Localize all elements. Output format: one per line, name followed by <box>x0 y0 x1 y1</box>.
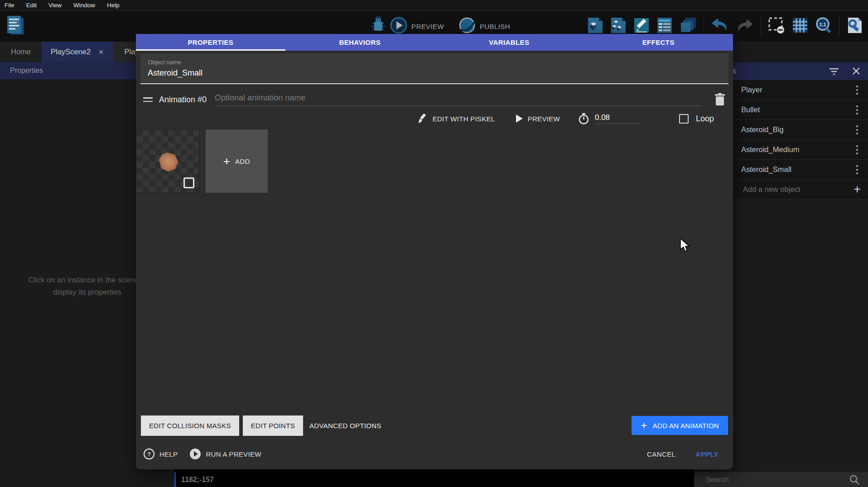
dialog-footer-row: ? HELP RUN A PREVIEW CANCEL APPLY <box>136 442 733 466</box>
svg-text:1:1: 1:1 <box>820 22 826 27</box>
zoom-1-1-icon[interactable]: 1:1 <box>815 17 832 36</box>
edit-collision-masks-button[interactable]: EDIT COLLISION MASKS <box>141 415 239 436</box>
cancel-button[interactable]: CANCEL <box>647 450 675 458</box>
tab-behaviors-label: BEHAVIORS <box>339 38 381 46</box>
preview-button[interactable]: PREVIEW <box>411 23 444 30</box>
tab-variables[interactable]: VARIABLES <box>434 34 584 51</box>
animation-header-row: Animation #0 <box>143 91 726 109</box>
tab-effects[interactable]: EFFECTS <box>584 34 733 51</box>
events-list-icon[interactable] <box>656 17 673 36</box>
dialog-tab-bar: PROPERTIES BEHAVIORS VARIABLES EFFECTS <box>136 34 733 51</box>
add-new-object-label: Add a new object <box>743 185 800 194</box>
add-an-animation-button[interactable]: + ADD AN ANIMATION <box>632 416 728 435</box>
add-frame-button[interactable]: + ADD <box>206 129 268 193</box>
object-menu-icon[interactable] <box>856 145 858 154</box>
add-object-icon[interactable] <box>587 17 603 36</box>
object-label: Player <box>741 86 762 94</box>
object-name-field[interactable]: Object name <box>140 53 728 84</box>
animation-tools-row: EDIT WITH PISKEL PREVIEW Loop <box>143 110 714 127</box>
menu-bar: File Edit View Window Help <box>0 0 868 10</box>
menu-edit[interactable]: Edit <box>26 2 37 9</box>
object-label: Bullet <box>741 105 760 114</box>
frame-select-checkbox[interactable] <box>183 177 194 188</box>
time-between-frames-input[interactable] <box>595 113 640 124</box>
apply-button[interactable]: APPLY <box>695 450 719 458</box>
help-button[interactable]: ? HELP <box>143 448 178 460</box>
object-name-input[interactable] <box>148 68 721 78</box>
filter-icon[interactable] <box>828 66 840 76</box>
run-a-preview-label: RUN A PREVIEW <box>206 450 261 458</box>
tab-properties-label: PROPERTIES <box>188 38 233 46</box>
edit-scene-icon[interactable] <box>633 17 650 36</box>
toolbar-separator <box>704 17 704 36</box>
run-a-preview-button[interactable]: RUN A PREVIEW <box>189 448 261 460</box>
object-menu-icon[interactable] <box>856 165 858 174</box>
tab-home[interactable]: Home <box>0 42 42 62</box>
debug-icon[interactable] <box>371 16 386 36</box>
layers-icon[interactable] <box>680 17 697 36</box>
close-tab-icon[interactable]: × <box>99 48 104 56</box>
project-settings-icon[interactable] <box>846 17 863 36</box>
toolbar-separator <box>761 17 761 36</box>
help-label: HELP <box>159 450 178 458</box>
active-tab-underline <box>136 49 285 51</box>
search-input[interactable] <box>694 476 849 484</box>
search-icon <box>849 474 860 485</box>
object-menu-icon[interactable] <box>856 86 858 95</box>
close-panel-icon[interactable] <box>852 67 861 76</box>
tab-effects-label: EFFECTS <box>642 38 675 46</box>
frame-thumbnail[interactable] <box>136 129 199 193</box>
deselect-icon[interactable] <box>768 17 785 36</box>
play-icon <box>515 114 523 123</box>
preview-play-icon[interactable] <box>390 17 407 36</box>
objects-search-bar <box>694 472 868 487</box>
preview-animation-label: PREVIEW <box>528 115 560 123</box>
timer-icon <box>578 112 589 125</box>
add-an-animation-label: ADD AN ANIMATION <box>653 422 719 430</box>
instances-icon[interactable] <box>610 17 627 36</box>
dialog-actions-row: EDIT COLLISION MASKS EDIT POINTS ADVANCE… <box>136 415 733 436</box>
play-circle-icon <box>189 448 201 460</box>
scene-status-bar: 1182;-157 <box>174 472 694 487</box>
edit-with-piskel-label: EDIT WITH PISKEL <box>433 115 495 123</box>
properties-panel-title: Properties <box>10 67 43 75</box>
help-icon: ? <box>143 448 155 460</box>
animation-frames-row: + ADD <box>136 129 733 193</box>
plus-icon: + <box>641 420 647 431</box>
brush-icon <box>417 113 428 124</box>
tab-properties[interactable]: PROPERTIES <box>136 34 285 51</box>
edit-points-button[interactable]: EDIT POINTS <box>243 415 303 436</box>
edit-with-piskel-button[interactable]: EDIT WITH PISKEL <box>417 113 495 124</box>
loop-checkbox[interactable] <box>679 114 689 124</box>
tab-variables-label: VARIABLES <box>489 38 529 46</box>
loop-label: Loop <box>696 114 714 124</box>
grid-icon[interactable] <box>792 17 808 36</box>
delete-animation-icon[interactable] <box>714 93 726 106</box>
preview-animation-button[interactable]: PREVIEW <box>515 114 560 123</box>
object-name-label: Object name <box>148 59 721 66</box>
animation-name-input[interactable] <box>215 93 702 106</box>
object-editor-dialog: PROPERTIES BEHAVIORS VARIABLES EFFECTS O… <box>136 34 733 469</box>
tab-behaviors[interactable]: BEHAVIORS <box>285 34 435 51</box>
menu-help[interactable]: Help <box>107 2 120 9</box>
object-menu-icon[interactable] <box>856 105 858 115</box>
menu-window[interactable]: Window <box>73 2 95 9</box>
undo-icon[interactable] <box>711 17 729 35</box>
publish-button[interactable]: PUBLISH <box>480 23 510 30</box>
redo-icon[interactable] <box>736 17 754 35</box>
plus-icon: + <box>854 183 861 196</box>
advanced-options-button[interactable]: ADVANCED OPTIONS <box>309 422 381 430</box>
plus-icon: + <box>223 155 230 167</box>
add-frame-label: ADD <box>235 158 250 165</box>
tab-playscene2[interactable]: PlayScene2 × <box>42 42 113 62</box>
object-menu-icon[interactable] <box>856 125 858 134</box>
menu-view[interactable]: View <box>48 2 62 9</box>
drag-handle-icon[interactable] <box>143 97 153 102</box>
object-label: Asteroid_Small <box>741 165 791 174</box>
publish-planet-icon[interactable] <box>458 17 476 36</box>
animation-title: Animation #0 <box>159 95 207 105</box>
cursor-coordinates: 1182;-157 <box>181 476 214 484</box>
project-manager-icon[interactable] <box>5 14 26 39</box>
menu-file[interactable]: File <box>5 2 14 9</box>
tab-home-label: Home <box>11 48 31 56</box>
